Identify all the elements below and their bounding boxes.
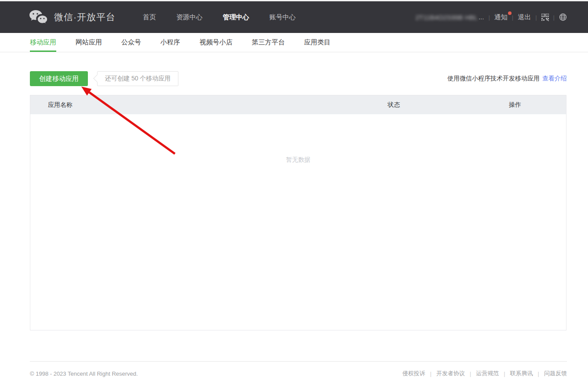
footer-link-infringement[interactable]: 侵权投诉: [402, 370, 425, 377]
footer-separator: |: [504, 370, 505, 377]
tab-third-party-platform[interactable]: 第三方平台: [252, 33, 285, 52]
logout-button[interactable]: 退出: [518, 13, 531, 22]
nav-item-resources[interactable]: 资源中心: [176, 13, 203, 22]
notification-badge-dot: [508, 11, 512, 15]
apps-table: 应用名称 状态 操作 暂无数据: [30, 95, 566, 330]
nav-item-home[interactable]: 首页: [143, 13, 156, 22]
footer-links: 侵权投诉 | 开发者协议 | 运营规范 | 联系腾讯 | 问题反馈: [402, 370, 567, 377]
wechat-open-platform-page: 微信·开放平台 首页 资源中心 管理中心 账号中心 2T11B4O2S99B H…: [0, 0, 588, 388]
footer-link-developer-agreement[interactable]: 开发者协议: [436, 370, 465, 377]
notifications-button[interactable]: 通知: [494, 13, 508, 22]
hint-text: 使用微信小程序技术开发移动应用: [447, 75, 540, 82]
footer-separator: |: [538, 370, 539, 377]
footer-separator: |: [470, 370, 471, 377]
wechat-logo-icon: [29, 9, 48, 25]
tab-mini-program[interactable]: 小程序: [160, 33, 180, 52]
footer-divider: [30, 361, 567, 362]
tab-channels-shop[interactable]: 视频号小店: [200, 33, 232, 52]
table-header-row: 应用名称 状态 操作: [30, 95, 566, 114]
view-intro-link[interactable]: 查看介绍: [542, 75, 567, 82]
column-header-status: 状态: [388, 101, 509, 109]
main-header: 微信·开放平台 首页 资源中心 管理中心 账号中心 2T11B4O2S99B H…: [0, 1, 588, 33]
create-mobile-app-button[interactable]: 创建移动应用: [30, 71, 88, 86]
footer-link-contact-tencent[interactable]: 联系腾讯: [510, 370, 533, 377]
account-name-blurred[interactable]: 2T11B4O2S99B HBL...: [415, 13, 484, 22]
column-header-app-name: 应用名称: [30, 101, 388, 109]
brand[interactable]: 微信·开放平台: [29, 9, 116, 25]
footer-link-feedback[interactable]: 问题反馈: [544, 370, 567, 377]
column-header-actions: 操作: [509, 101, 566, 109]
nav-item-account[interactable]: 账号中心: [269, 13, 296, 22]
quota-tip-bubble: 还可创建 50 个移动应用: [97, 71, 178, 86]
tab-official-account[interactable]: 公众号: [121, 33, 141, 52]
tab-website-app[interactable]: 网站应用: [76, 33, 102, 52]
tab-app-category[interactable]: 应用类目: [304, 33, 330, 52]
nav-item-management[interactable]: 管理中心: [223, 13, 249, 22]
app-type-tabbar: 移动应用 网站应用 公众号 小程序 视频号小店 第三方平台 应用类目: [0, 33, 588, 52]
tab-mobile-app[interactable]: 移动应用: [30, 33, 56, 52]
globe-language-icon[interactable]: [559, 13, 567, 21]
main-nav: 首页 资源中心 管理中心 账号中心: [143, 13, 296, 22]
empty-state-text: 暂无数据: [30, 156, 566, 164]
footer-separator: |: [430, 370, 431, 377]
brand-title: 微信·开放平台: [54, 11, 116, 23]
header-separator: |: [512, 14, 513, 21]
header-separator: |: [488, 14, 490, 21]
header-right: 2T11B4O2S99B HBL... | 通知 | 退出 |: [415, 13, 567, 22]
toolbar: 创建移动应用 还可创建 50 个移动应用 使用微信小程序技术开发移动应用查看介绍: [30, 71, 567, 86]
header-separator: |: [535, 14, 537, 21]
qrcode-icon[interactable]: [541, 14, 549, 21]
header-separator: |: [553, 14, 555, 21]
toolbar-hint: 使用微信小程序技术开发移动应用查看介绍: [447, 75, 567, 83]
footer-link-operation-rules[interactable]: 运营规范: [476, 370, 499, 377]
copyright-text: © 1998 - 2023 Tencent All Right Reserved…: [30, 370, 138, 377]
page-footer: © 1998 - 2023 Tencent All Right Reserved…: [0, 361, 588, 377]
